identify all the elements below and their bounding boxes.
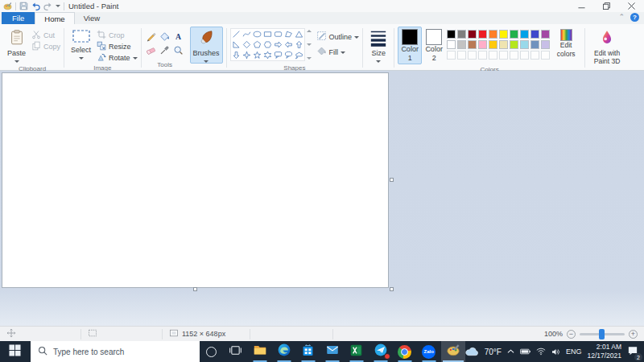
palette-swatch-5[interactable] [489,30,497,39]
tab-file[interactable]: File [2,12,35,24]
language-indicator[interactable]: ENG [566,348,582,356]
canvas-resize-handle-corner[interactable] [390,287,394,291]
shape-curve-button[interactable] [242,29,252,39]
palette-swatch-16[interactable] [499,40,508,49]
redo-button[interactable] [43,1,52,11]
palette-swatch-4[interactable] [478,30,487,39]
palette-swatch-17[interactable] [510,40,518,49]
palette-swatch-7[interactable] [510,30,518,39]
taskbar-zalo-button[interactable]: Zalo [417,341,441,362]
shape-fill-button[interactable]: Fill [316,46,360,58]
palette-swatch-empty-3[interactable] [468,51,477,60]
close-button[interactable] [619,0,644,12]
paste-button[interactable]: Paste [4,27,29,64]
shape-right-triangle-button[interactable] [231,39,242,50]
zoom-slider-thumb[interactable] [599,329,605,339]
resize-button[interactable]: Resize [97,41,138,51]
drawing-canvas[interactable] [2,72,389,288]
shape-six-point-star-button[interactable] [262,50,273,60]
palette-swatch-3[interactable] [468,30,477,39]
palette-swatch-empty-9[interactable] [530,51,539,60]
taskbar-edge-button[interactable] [272,341,296,362]
shape-five-point-star-button[interactable] [252,50,262,60]
taskbar-mail-button[interactable] [320,341,345,362]
text-tool-button[interactable]: A [172,30,185,43]
restore-button[interactable] [594,0,619,12]
rotate-button[interactable]: Rotate [97,52,138,63]
shape-up-arrow-button[interactable] [294,39,304,50]
zoom-in-button[interactable]: + [629,330,638,339]
palette-swatch-11[interactable] [447,40,456,49]
customize-qat-button[interactable] [56,1,60,11]
palette-swatch-19[interactable] [530,40,539,49]
shape-hexagon-button[interactable] [262,39,273,50]
cortana-button[interactable] [200,341,224,362]
taskbar-task-view-button[interactable] [224,341,248,362]
crop-button[interactable]: Crop [97,30,138,40]
cut-button[interactable]: Cut [31,30,60,40]
zoom-out-button[interactable]: − [567,330,576,339]
temperature[interactable]: 70°F [485,348,502,356]
palette-swatch-empty-6[interactable] [499,51,508,60]
shape-outline-button[interactable]: Outline [316,31,360,43]
magnifier-tool-button[interactable] [172,43,185,56]
shapes-scroll-up-icon[interactable] [307,30,312,32]
palette-swatch-empty-4[interactable] [478,51,487,60]
palette-swatch-empty-10[interactable] [541,51,550,60]
palette-swatch-6[interactable] [499,30,508,39]
collapse-ribbon-icon[interactable]: ⌃ [618,14,625,21]
picker-tool-button[interactable] [159,43,171,56]
zoom-slider[interactable] [580,333,625,335]
tab-view[interactable]: View [75,12,109,24]
shapes-scroll-down-icon[interactable] [307,43,312,46]
palette-swatch-13[interactable] [468,40,477,49]
edit-with-paint3d-button[interactable]: Edit with Paint 3D [588,27,625,67]
shape-right-arrow-button[interactable] [273,39,283,50]
shape-rounded-callout-button[interactable] [273,50,283,60]
shape-polygon-button[interactable] [283,29,294,39]
shape-rounded-rectangle-button[interactable] [273,29,283,39]
shape-triangle-button[interactable] [294,29,304,39]
edit-colors-button[interactable]: Edit colors [551,27,581,59]
volume-icon[interactable] [551,348,560,356]
tray-chevron-up-icon[interactable] [507,349,514,354]
palette-swatch-1[interactable] [447,30,456,39]
palette-swatch-empty-1[interactable] [447,51,456,60]
shape-ellipse-button[interactable] [252,29,262,39]
copy-button[interactable]: Copy [31,41,60,51]
palette-swatch-2[interactable] [457,30,466,39]
taskbar-file-explorer-button[interactable] [248,341,272,362]
palette-swatch-10[interactable] [541,30,550,39]
palette-swatch-empty-8[interactable] [520,51,529,60]
taskbar-paint-button[interactable] [441,341,465,362]
undo-button[interactable] [31,1,40,11]
taskbar-search[interactable]: Type here to search [31,341,200,362]
start-button[interactable] [0,341,31,362]
taskbar-excel-button[interactable] [345,341,369,362]
shape-cloud-callout-button[interactable] [294,50,304,60]
palette-swatch-18[interactable] [520,40,529,49]
shape-left-arrow-button[interactable] [283,39,294,50]
shape-line-button[interactable] [231,29,242,39]
palette-swatch-empty-5[interactable] [489,51,497,60]
shape-down-arrow-button[interactable] [231,50,242,60]
color1-button[interactable]: Color 1 [398,27,422,64]
palette-swatch-8[interactable] [520,30,529,39]
wifi-icon[interactable] [536,348,546,356]
shape-four-point-star-button[interactable] [242,50,252,60]
save-button[interactable] [19,1,28,11]
taskbar-chrome-button[interactable] [393,341,417,362]
eraser-tool-button[interactable] [145,43,158,56]
taskbar-store-button[interactable] [296,341,320,362]
palette-swatch-9[interactable] [530,30,539,39]
brushes-button[interactable]: Brushes [190,27,223,64]
palette-swatch-12[interactable] [457,40,466,49]
shape-oval-callout-button[interactable] [283,50,294,60]
shape-rectangle-button[interactable] [262,29,273,39]
shape-diamond-button[interactable] [242,39,252,50]
help-icon[interactable]: ? [630,13,639,22]
palette-swatch-20[interactable] [541,40,550,49]
pencil-tool-button[interactable] [145,30,158,43]
canvas-resize-handle-bottom[interactable] [193,287,197,291]
shapes-more-icon[interactable] [307,57,312,60]
